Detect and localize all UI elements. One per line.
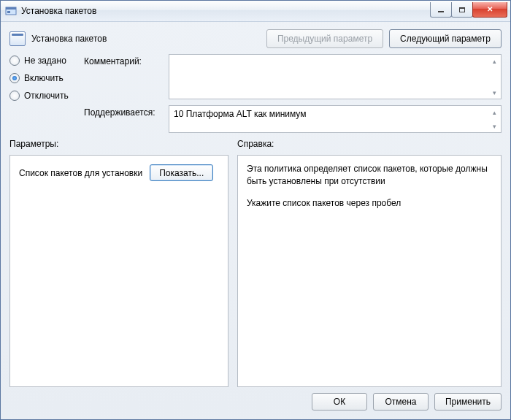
- radio-not-configured[interactable]: Не задано: [9, 56, 75, 66]
- svg-rect-1: [6, 7, 16, 9]
- scroll-up-icon: ▴: [488, 106, 501, 118]
- parameters-panel: Список пакетов для установки Показать...: [9, 155, 228, 387]
- supported-value: 10 Платформа ALT как минимум: [174, 109, 306, 119]
- maximize-icon: [459, 7, 465, 12]
- radio-enabled[interactable]: Включить: [9, 73, 75, 83]
- help-panel: Эта политика определяет список пакетов, …: [237, 155, 502, 387]
- radio-disabled[interactable]: Отключить: [9, 91, 75, 101]
- info-grid: Комментарий: ▴ ▾ Поддерживается: 10 Плат…: [84, 54, 502, 133]
- scroll-down-icon: ▾: [488, 120, 501, 132]
- help-paragraph: Эта политика определяет список пакетов, …: [247, 163, 492, 188]
- scrollbar[interactable]: ▴ ▾: [488, 106, 501, 132]
- window-controls: ✕: [430, 2, 507, 17]
- titlebar: Установка пакетов ✕: [1, 1, 510, 22]
- help-paragraph: Укажите список пакетов через пробел: [247, 197, 492, 210]
- header-row: Установка пакетов Предыдущий параметр Сл…: [9, 29, 502, 48]
- show-list-button[interactable]: Показать...: [150, 164, 213, 181]
- scroll-up-icon: ▴: [488, 55, 501, 67]
- parameters-heading: Параметры:: [9, 139, 228, 149]
- policy-title: Установка пакетов: [31, 34, 261, 44]
- supported-label: Поддерживается:: [84, 105, 164, 118]
- minimize-icon: [438, 11, 444, 12]
- radio-icon: [9, 56, 20, 66]
- dialog-footer: ОК Отмена Применить: [9, 393, 502, 411]
- minimize-button[interactable]: [430, 2, 452, 18]
- maximize-button[interactable]: [451, 2, 473, 18]
- ok-button[interactable]: ОК: [312, 393, 367, 411]
- dialog-body: Установка пакетов Предыдущий параметр Сл…: [1, 22, 510, 419]
- section-labels: Параметры: Справка:: [9, 139, 502, 149]
- comment-label: Комментарий:: [84, 54, 164, 66]
- svg-rect-2: [7, 11, 10, 13]
- info-row: Не задано Включить Отключить Комментарий…: [9, 54, 502, 133]
- panels-row: Список пакетов для установки Показать...…: [9, 155, 502, 387]
- radio-icon: [9, 91, 20, 101]
- param-row-package-list: Список пакетов для установки Показать...: [19, 164, 219, 181]
- window-title: Установка пакетов: [21, 6, 430, 16]
- radio-label: Включить: [24, 73, 64, 83]
- next-setting-button[interactable]: Следующий параметр: [389, 29, 502, 48]
- scrollbar[interactable]: ▴ ▾: [488, 55, 501, 99]
- state-column: Не задано Включить Отключить: [9, 54, 75, 133]
- policy-editor-window: Установка пакетов ✕ Установка пакетов Пр…: [0, 0, 511, 420]
- app-icon: [5, 5, 17, 17]
- help-heading: Справка:: [237, 139, 274, 149]
- param-label: Список пакетов для установки: [19, 168, 142, 178]
- radio-label: Не задано: [24, 56, 66, 66]
- close-button[interactable]: ✕: [472, 2, 507, 18]
- scroll-down-icon: ▾: [488, 86, 501, 99]
- radio-icon: [9, 73, 20, 83]
- radio-label: Отключить: [24, 91, 69, 101]
- previous-setting-button[interactable]: Предыдущий параметр: [266, 29, 383, 48]
- apply-button[interactable]: Применить: [434, 393, 502, 411]
- comment-textarea[interactable]: ▴ ▾: [169, 54, 502, 99]
- policy-icon: [9, 31, 26, 46]
- close-icon: ✕: [487, 6, 493, 13]
- cancel-button[interactable]: Отмена: [373, 393, 429, 411]
- supported-textbox: 10 Платформа ALT как минимум ▴ ▾: [169, 105, 502, 133]
